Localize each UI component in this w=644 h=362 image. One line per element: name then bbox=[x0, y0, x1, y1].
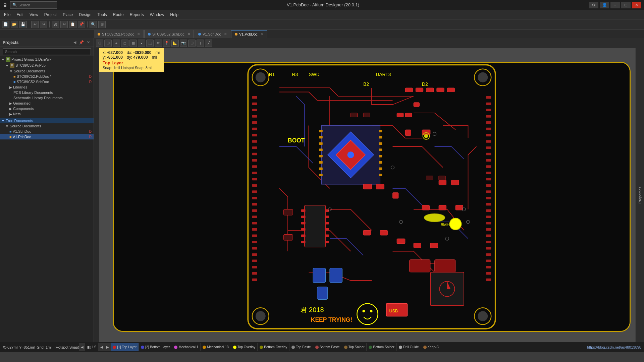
paint-button[interactable]: ╱ bbox=[205, 40, 212, 47]
snap-button[interactable]: ⊞ bbox=[104, 40, 112, 47]
panel-close[interactable]: ✕ bbox=[86, 40, 91, 45]
close-button[interactable]: ✕ bbox=[632, 2, 641, 8]
rect-button[interactable]: □ bbox=[121, 40, 128, 47]
pcb-board[interactable]: R1 R3 SWD UART3 D2 B2 BOOT 8MHz bbox=[113, 62, 631, 332]
minimize-button[interactable]: − bbox=[610, 2, 620, 8]
tree-free-docs[interactable]: ▼ Free Documents bbox=[0, 118, 94, 123]
search-input[interactable] bbox=[3, 48, 91, 55]
prjpcb-icon: P bbox=[10, 63, 14, 68]
layer-scroll-prev[interactable]: ◀ bbox=[79, 343, 85, 351]
cut-button[interactable]: ✂ bbox=[60, 21, 68, 28]
bottom-overlay-dot bbox=[260, 346, 263, 349]
tab-stc89c52-schdoc[interactable]: STC89C52.SchDoc ✕ bbox=[144, 30, 194, 38]
layer-tab-keep[interactable]: Keep-C bbox=[421, 343, 441, 351]
layer-tab-ls[interactable]: ▮▯ LS bbox=[85, 343, 99, 351]
layer-tab-top-solder[interactable]: Top Solder bbox=[342, 343, 367, 351]
layer-tab-bottom-overlay[interactable]: Bottom Overlay bbox=[258, 343, 289, 351]
layer-scroll-next[interactable]: ▶ bbox=[105, 343, 111, 351]
layer-tab-top-overlay[interactable]: Top Overlay bbox=[231, 343, 258, 351]
user-button[interactable]: 👤 bbox=[600, 2, 609, 8]
menu-view[interactable]: View bbox=[27, 11, 41, 18]
measure-button[interactable]: 📐 bbox=[171, 40, 179, 47]
pen-button[interactable]: ✏ bbox=[155, 40, 162, 47]
layer-tab-mech1[interactable]: Mechanical 1 bbox=[172, 343, 201, 351]
layer-tab-drill[interactable]: Drill Guide bbox=[397, 343, 421, 351]
search-label[interactable]: Search bbox=[18, 3, 30, 7]
tree-source-docs-2[interactable]: ▼ Source Documents bbox=[0, 123, 94, 129]
filter-button[interactable]: ⊟ bbox=[96, 40, 103, 47]
tab-v1-schdoc[interactable]: V1.SchDoc ✕ bbox=[195, 30, 230, 38]
menu-tools[interactable]: Tools bbox=[95, 11, 110, 18]
layer-tab-top[interactable]: [1] Top Layer bbox=[111, 343, 139, 351]
tab-stc89c52-pcbdoc[interactable]: STC89C52.PcbDoc ✕ bbox=[94, 30, 144, 38]
search-bar-title[interactable]: 🔍 Search bbox=[10, 1, 57, 9]
marker-button[interactable]: 📍 bbox=[163, 40, 170, 47]
tree-stc-prjpcb[interactable]: ▼ P STC89C52.PrjPcb bbox=[0, 62, 94, 68]
chart-button[interactable]: ▦ bbox=[129, 40, 137, 47]
fill-button[interactable]: ▪ bbox=[138, 40, 145, 47]
open-button[interactable]: 📂 bbox=[11, 21, 18, 28]
tree-sch-lib[interactable]: Schematic Library Documents bbox=[0, 95, 94, 101]
tree-components[interactable]: ▶ Components bbox=[0, 106, 94, 111]
add-button[interactable]: + bbox=[113, 40, 120, 47]
photo-button[interactable]: 📷 bbox=[180, 40, 187, 47]
menu-window[interactable]: Window bbox=[147, 11, 167, 18]
properties-label[interactable]: Properties bbox=[638, 187, 642, 203]
print-button[interactable]: 🖨 bbox=[52, 21, 59, 28]
grid-view-button[interactable]: ⊞ bbox=[188, 40, 196, 47]
layer-tab-top-paste[interactable]: Top Paste bbox=[289, 343, 313, 351]
panel-toggle[interactable]: ◀ bbox=[72, 40, 77, 45]
tree-project-group[interactable]: ▼ P Project Group 1.DsnWrk bbox=[0, 56, 94, 62]
zoom-button[interactable]: 🔍 bbox=[90, 21, 97, 28]
layer-tab-bottom-solder[interactable]: Bottom Solder bbox=[367, 343, 396, 351]
tab-close-2[interactable]: ✕ bbox=[187, 32, 190, 36]
text-button[interactable]: T bbox=[197, 40, 204, 47]
undo-button[interactable]: ↩ bbox=[31, 21, 39, 28]
fit-button[interactable]: ⊞ bbox=[98, 21, 106, 28]
svg-rect-53 bbox=[486, 178, 491, 181]
svg-rect-67 bbox=[486, 266, 491, 268]
new-button[interactable]: 📄 bbox=[2, 21, 9, 28]
pcb-canvas[interactable]: x: -627.000 dx: -3639.000 mil y: -851.00… bbox=[99, 48, 644, 342]
menu-design[interactable]: Design bbox=[76, 11, 94, 18]
tree-stc-pcbdoc[interactable]: ■ STC89C52.PcbDoc * D bbox=[0, 74, 94, 79]
redo-button[interactable]: ↪ bbox=[40, 21, 47, 28]
svg-text:BOOT: BOOT bbox=[288, 137, 305, 144]
menu-help[interactable]: Help bbox=[167, 11, 181, 18]
menu-reports[interactable]: Reports bbox=[127, 11, 147, 18]
tree-v1-schdoc[interactable]: ■ V1.SchDoc D bbox=[0, 129, 94, 134]
menu-place[interactable]: Place bbox=[60, 11, 75, 18]
tree-generated[interactable]: ▶ Generated bbox=[0, 101, 94, 106]
tree-nets[interactable]: ▶ Nets bbox=[0, 111, 94, 117]
svg-point-3 bbox=[256, 72, 266, 82]
layer-tab-bottom-paste[interactable]: Bottom Paste bbox=[313, 343, 342, 351]
tree-stc-schdoc[interactable]: ■ STC89C52.SchDoc D bbox=[0, 79, 94, 84]
maximize-button[interactable]: □ bbox=[621, 2, 631, 8]
tree-pcb-lib[interactable]: PCB Library Documents bbox=[0, 90, 94, 95]
tab-close-4[interactable]: ✕ bbox=[261, 33, 263, 36]
select-button[interactable]: ⬚ bbox=[146, 40, 154, 47]
settings-button[interactable]: ⚙ bbox=[589, 2, 598, 8]
menu-route[interactable]: Route bbox=[110, 11, 126, 18]
layer-tab-bottom[interactable]: [2] Bottom Layer bbox=[139, 343, 172, 351]
save-button[interactable]: 💾 bbox=[19, 21, 27, 28]
copy-button[interactable]: 📋 bbox=[69, 21, 76, 28]
menu-project[interactable]: Project bbox=[42, 11, 59, 18]
tree-v1-pcbdoc[interactable]: ■ V1.PcbDoc D bbox=[0, 134, 94, 139]
layer-tab-mech13[interactable]: Mechanical 13 bbox=[201, 343, 231, 351]
stc-prjpcb-label: STC89C52.PrjPcb bbox=[15, 63, 46, 67]
layer-scroll-prev2[interactable]: ◀ bbox=[99, 343, 105, 351]
svg-rect-146 bbox=[325, 241, 329, 243]
svg-rect-106 bbox=[405, 113, 412, 117]
panel-pin[interactable]: 📌 bbox=[79, 40, 84, 45]
tree-source-docs-1[interactable]: ▼ Source Documents bbox=[0, 68, 94, 74]
tab-close-3[interactable]: ✕ bbox=[224, 32, 227, 36]
tab-v1-pcbdoc[interactable]: V1.PcbDoc ✕ bbox=[231, 30, 267, 38]
tab-close-1[interactable]: ✕ bbox=[137, 32, 140, 36]
tree-libraries[interactable]: ▶ Libraries bbox=[0, 84, 94, 90]
menu-file[interactable]: File bbox=[1, 11, 13, 18]
svg-rect-139 bbox=[301, 235, 306, 237]
menu-edit[interactable]: Edit bbox=[14, 11, 26, 18]
paste-button[interactable]: 📌 bbox=[78, 21, 85, 28]
top-paste-label: Top Paste bbox=[296, 345, 311, 349]
